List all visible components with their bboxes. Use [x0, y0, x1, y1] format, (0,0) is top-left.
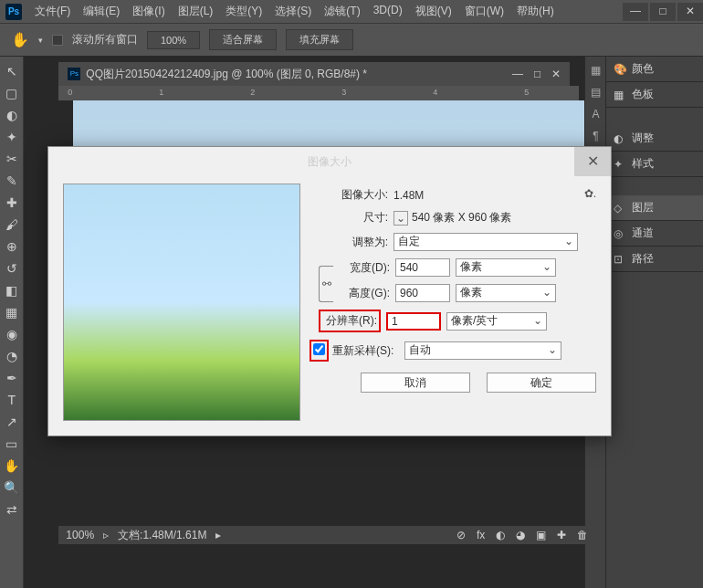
hand-tool-icon[interactable]: ✋ [2, 458, 22, 475]
fit-screen-button[interactable]: 适合屏幕 [209, 29, 277, 50]
menu-help[interactable]: 帮助(H) [511, 1, 560, 22]
eraser-tool-icon[interactable]: ◧ [2, 283, 22, 299]
swatches-icon: ▦ [614, 89, 626, 101]
ps-logo: Ps [5, 4, 22, 20]
pen-tool-icon[interactable]: ✒ [2, 371, 22, 387]
fit-label: 调整为: [319, 235, 388, 250]
shape-tool-icon[interactable]: ▭ [2, 436, 22, 453]
width-unit-select[interactable]: 像素 [456, 258, 556, 277]
menu-image[interactable]: 图像(I) [127, 1, 170, 22]
width-input[interactable] [395, 258, 450, 277]
layers-icon: ◇ [614, 202, 626, 215]
menu-layer[interactable]: 图层(L) [173, 1, 219, 22]
panel-layers[interactable]: ◇图层 [606, 195, 703, 221]
zoom-100-button[interactable]: 100% [147, 31, 200, 49]
panel-swatches[interactable]: ▦色板 [606, 82, 703, 108]
dim-label: 尺寸: [319, 210, 388, 226]
fill-icon[interactable]: ◕ [516, 529, 525, 541]
new-icon[interactable]: ✚ [557, 529, 566, 541]
document-tab[interactable]: Ps QQ图片20150424212409.jpg @ 100% (图层 0, … [58, 62, 570, 86]
fit-select[interactable]: 自定 [393, 233, 578, 251]
horizontal-ruler: 0 1 2 3 4 5 [58, 86, 579, 100]
doc-maximize-icon[interactable]: □ [534, 68, 540, 80]
resolution-unit-select[interactable]: 像素/英寸 [446, 312, 547, 331]
menu-view[interactable]: 视图(V) [410, 1, 457, 22]
height-input[interactable] [395, 284, 450, 302]
constrain-link-icon[interactable]: ⚯ [319, 266, 333, 302]
gear-icon[interactable]: ✿. [584, 187, 596, 200]
folder-icon[interactable]: ▣ [536, 529, 546, 541]
menu-window[interactable]: 窗口(W) [459, 1, 509, 22]
history-brush-icon[interactable]: ↺ [2, 261, 22, 278]
dialog-close-button[interactable]: ✕ [574, 147, 611, 176]
close-button[interactable]: ✕ [677, 3, 703, 21]
fill-screen-button[interactable]: 填充屏幕 [286, 29, 353, 50]
resample-checkbox[interactable] [313, 343, 325, 355]
menu-filter[interactable]: 滤镜(T) [319, 1, 365, 22]
panel-styles[interactable]: ✦样式 [606, 152, 703, 177]
dodge-tool-icon[interactable]: ◔ [2, 349, 22, 365]
path-select-icon[interactable]: ↗ [2, 415, 22, 431]
scroll-all-label: 滚动所有窗口 [72, 32, 138, 47]
options-bar: ✋ ▾ 滚动所有窗口 100% 适合屏幕 填充屏幕 [0, 24, 703, 57]
panel-channels[interactable]: ◎通道 [606, 221, 703, 247]
marquee-tool-icon[interactable]: ▢ [2, 86, 22, 102]
paths-icon: ⊡ [614, 253, 626, 266]
chevron-right-icon[interactable]: ▹ [103, 529, 109, 541]
lasso-tool-icon[interactable]: ◐ [2, 108, 22, 124]
doc-minimize-icon[interactable]: — [512, 68, 523, 80]
crop-tool-icon[interactable]: ✂ [2, 152, 22, 168]
menu-select[interactable]: 选择(S) [269, 1, 317, 22]
tools-panel: ↖ ▢ ◐ ✦ ✂ ✎ ✚ 🖌 ⊕ ↺ ◧ ▦ ◉ ◔ ✒ T ↗ ▭ ✋ 🔍 … [0, 57, 24, 588]
dialog-title: 图像大小 ✕ [48, 147, 611, 176]
eyedropper-tool-icon[interactable]: ✎ [2, 173, 22, 190]
window-controls: — □ ✕ [621, 3, 703, 21]
panel-adjustments[interactable]: ◐调整 [606, 126, 703, 152]
width-label: 宽度(D): [337, 260, 390, 276]
menu-type[interactable]: 类型(Y) [220, 1, 268, 22]
type-tool-icon[interactable]: T [2, 393, 22, 409]
cancel-button[interactable]: 取消 [361, 373, 470, 393]
zoom-tool-icon[interactable]: 🔍 [2, 480, 22, 497]
height-unit-select[interactable]: 像素 [456, 284, 556, 302]
resolution-label: 分辨率(R): [319, 310, 381, 332]
link-icon[interactable]: ⊘ [456, 529, 466, 541]
height-label: 高度(G): [337, 286, 390, 301]
color-swap-icon[interactable]: ⇄ [2, 502, 22, 519]
resolution-input[interactable] [386, 312, 441, 331]
menu-edit[interactable]: 编辑(E) [78, 1, 125, 22]
wand-tool-icon[interactable]: ✦ [2, 130, 22, 146]
trash-icon[interactable]: 🗑 [577, 529, 588, 541]
history-panel-icon[interactable]: ▦ [585, 64, 605, 86]
panel-color[interactable]: 🎨颜色 [606, 57, 703, 82]
document-title: QQ图片20150424212409.jpg @ 100% (图层 0, RGB… [86, 67, 367, 82]
image-size-form: 图像大小:1.48M 尺寸:⌄540 像素 X 960 像素 调整为:自定 ⚯ … [319, 184, 596, 421]
fx-icon[interactable]: fx [477, 529, 485, 541]
ok-button[interactable]: 确定 [487, 373, 596, 393]
doc-size-label: 文档:1.48M/1.61M [118, 528, 206, 543]
dim-dropdown-icon[interactable]: ⌄ [393, 211, 408, 226]
brush-tool-icon[interactable]: 🖌 [2, 217, 22, 234]
doc-close-icon[interactable]: ✕ [551, 68, 561, 80]
stamp-tool-icon[interactable]: ⊕ [2, 239, 22, 256]
dropdown-icon[interactable]: ▾ [38, 36, 43, 45]
menu-3d[interactable]: 3D(D) [368, 1, 408, 22]
minimize-button[interactable]: — [623, 3, 648, 21]
resample-select[interactable]: 自动 [404, 341, 561, 360]
menu-file[interactable]: 文件(F) [29, 1, 76, 22]
maximize-button[interactable]: □ [650, 3, 676, 21]
chevron-right-icon[interactable]: ▸ [215, 529, 221, 541]
scroll-all-checkbox[interactable] [52, 35, 63, 46]
zoom-level[interactable]: 100% [66, 529, 94, 541]
heal-tool-icon[interactable]: ✚ [2, 195, 22, 212]
actions-panel-icon[interactable]: ▤ [585, 86, 605, 108]
app-titlebar: Ps 文件(F) 编辑(E) 图像(I) 图层(L) 类型(Y) 选择(S) 滤… [0, 0, 703, 24]
char-panel-icon[interactable]: A [585, 108, 605, 130]
mask-icon[interactable]: ◐ [496, 529, 505, 541]
panel-paths[interactable]: ⊡路径 [606, 247, 703, 272]
gradient-tool-icon[interactable]: ▦ [2, 305, 22, 321]
resample-label: 重新采样(S): [332, 343, 393, 359]
move-tool-icon[interactable]: ↖ [2, 64, 22, 80]
image-size-dialog: 图像大小 ✕ ✿. 图像大小:1.48M 尺寸:⌄540 像素 X 960 像素… [47, 146, 612, 436]
blur-tool-icon[interactable]: ◉ [2, 327, 22, 343]
